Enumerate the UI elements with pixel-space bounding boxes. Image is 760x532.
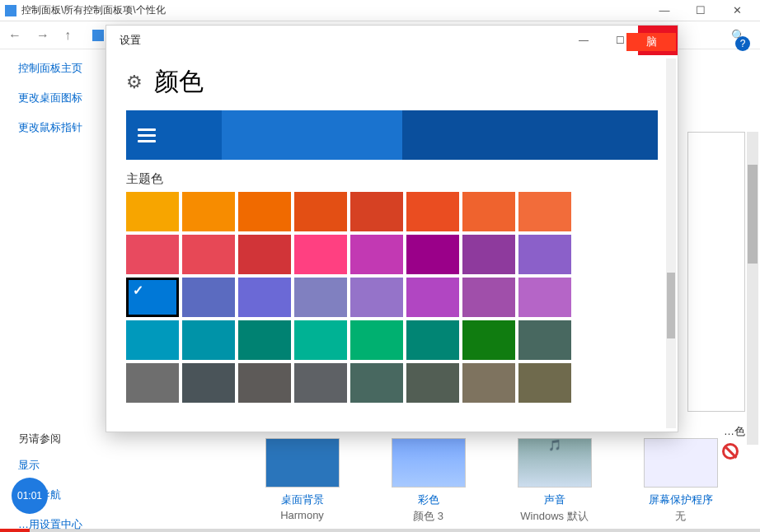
- see-also-label: 另请参阅: [18, 432, 115, 446]
- color-swatch[interactable]: [126, 278, 179, 317]
- color-swatch[interactable]: [126, 192, 179, 231]
- tile-thumb: [392, 438, 466, 488]
- color-swatch[interactable]: [126, 363, 179, 403]
- tile-thumb: [265, 438, 340, 488]
- color-swatch[interactable]: [406, 363, 459, 403]
- deny-icon: [722, 443, 739, 460]
- tile-sub: Harmony: [241, 509, 364, 521]
- color-swatch[interactable]: [518, 278, 571, 317]
- color-swatch-grid: [126, 192, 658, 403]
- maximize-button[interactable]: ☐: [683, 0, 719, 21]
- color-swatch[interactable]: [238, 363, 291, 403]
- tile-color[interactable]: 彩色 颜色 3: [367, 438, 490, 524]
- timestamp-badge: 01:01: [12, 478, 48, 514]
- tile-sound[interactable]: 🎵 声音 Windows 默认: [493, 438, 617, 524]
- color-swatch[interactable]: [462, 278, 515, 317]
- scrollbar[interactable]: [747, 132, 758, 445]
- nav-change-icons[interactable]: 更改桌面图标: [18, 91, 115, 105]
- hamburger-icon: [138, 125, 156, 146]
- color-swatch[interactable]: [462, 235, 515, 274]
- tile-title: 屏幕保护程序: [619, 492, 743, 507]
- color-swatch[interactable]: [238, 278, 291, 317]
- nav-change-pointer[interactable]: 更改鼠标指针: [18, 120, 115, 135]
- section-label: 主题色: [126, 171, 658, 187]
- back-button[interactable]: ←: [8, 28, 21, 43]
- breadcrumb-icon: [92, 30, 104, 41]
- control-panel-icon: [5, 5, 16, 16]
- color-swatch[interactable]: [238, 192, 291, 231]
- settings-scrollbar[interactable]: [666, 58, 676, 428]
- color-swatch[interactable]: [294, 192, 347, 231]
- settings-minimize-button[interactable]: —: [565, 26, 602, 55]
- settings-body: ⚙ 颜色 主题色: [106, 55, 678, 432]
- color-swatch[interactable]: [518, 235, 571, 274]
- settings-heading: ⚙ 颜色: [126, 65, 658, 99]
- color-swatch[interactable]: [126, 320, 179, 360]
- tile-title: 彩色: [367, 492, 490, 507]
- category-tiles: 桌面背景 Harmony 彩色 颜色 3 🎵 声音 Windows 默认 屏幕保…: [239, 438, 744, 524]
- color-swatch[interactable]: [406, 278, 459, 317]
- settings-titlebar: 设置 — ☐ ✕↖: [106, 26, 678, 55]
- color-swatch[interactable]: [350, 278, 403, 317]
- color-swatch[interactable]: [182, 320, 235, 360]
- settings-title: 设置: [120, 33, 141, 48]
- color-swatch[interactable]: [238, 320, 291, 360]
- color-swatch[interactable]: [518, 192, 571, 231]
- video-progress-fill: [0, 529, 30, 532]
- color-swatch[interactable]: [350, 363, 403, 403]
- color-swatch[interactable]: [406, 235, 459, 274]
- color-swatch[interactable]: [182, 235, 235, 274]
- settings-window: 设置 — ☐ ✕↖ ⚙ 颜色 主题色: [106, 25, 678, 432]
- tile-title: 桌面背景: [241, 492, 364, 507]
- color-swatch[interactable]: [462, 363, 515, 403]
- settings-scroll-thumb[interactable]: [667, 273, 675, 338]
- color-swatch[interactable]: [294, 278, 347, 317]
- color-swatch[interactable]: [350, 320, 403, 360]
- nav-home[interactable]: 控制面板主页: [18, 61, 115, 76]
- left-nav: 控制面板主页 更改桌面图标 更改鼠标指针 另请参阅 显示 …和导航 …用设置中心: [0, 49, 115, 532]
- forward-button[interactable]: →: [36, 28, 49, 43]
- window-title: 控制面板\所有控制面板项\个性化: [21, 3, 166, 17]
- tile-sub: 无: [619, 509, 743, 524]
- color-swatch[interactable]: [518, 320, 571, 360]
- color-swatch[interactable]: [126, 235, 179, 274]
- gear-icon: ⚙: [126, 72, 143, 93]
- color-swatch[interactable]: [350, 192, 403, 231]
- tile-thumb: 🎵: [518, 438, 592, 488]
- tile-sub: 颜色 3: [367, 509, 490, 524]
- tile-title: 声音: [493, 492, 617, 507]
- scroll-thumb[interactable]: [748, 165, 758, 264]
- nav-display[interactable]: 显示: [18, 458, 115, 473]
- color-swatch[interactable]: [294, 235, 347, 274]
- tile-background[interactable]: 桌面背景 Harmony: [241, 438, 364, 524]
- outer-titlebar: 控制面板\所有控制面板项\个性化 — ☐ ✕: [0, 0, 760, 21]
- color-swatch[interactable]: [294, 363, 347, 403]
- up-button[interactable]: ↑: [64, 28, 71, 43]
- theme-preview-box: [687, 132, 745, 412]
- color-swatch[interactable]: [294, 320, 347, 360]
- color-swatch[interactable]: [238, 235, 291, 274]
- theme-preview-label: …色: [724, 424, 745, 439]
- color-swatch[interactable]: [350, 235, 403, 274]
- video-progress[interactable]: [0, 529, 760, 532]
- tile-screensaver[interactable]: 屏幕保护程序 无: [619, 438, 743, 524]
- color-swatch[interactable]: [182, 278, 235, 317]
- color-swatch[interactable]: [182, 363, 235, 403]
- desktop-clip: 脑: [626, 33, 676, 51]
- color-swatch[interactable]: [182, 192, 235, 231]
- color-swatch[interactable]: [462, 192, 515, 231]
- color-swatch[interactable]: [462, 320, 515, 360]
- close-button[interactable]: ✕: [719, 0, 755, 21]
- tile-sub: Windows 默认: [493, 509, 617, 524]
- color-swatch[interactable]: [406, 320, 459, 360]
- color-swatch[interactable]: [406, 192, 459, 231]
- tile-thumb: [644, 438, 718, 488]
- minimize-button[interactable]: —: [646, 0, 683, 21]
- color-swatch[interactable]: [518, 363, 571, 403]
- page-title: 颜色: [154, 65, 204, 99]
- start-preview: [126, 110, 658, 160]
